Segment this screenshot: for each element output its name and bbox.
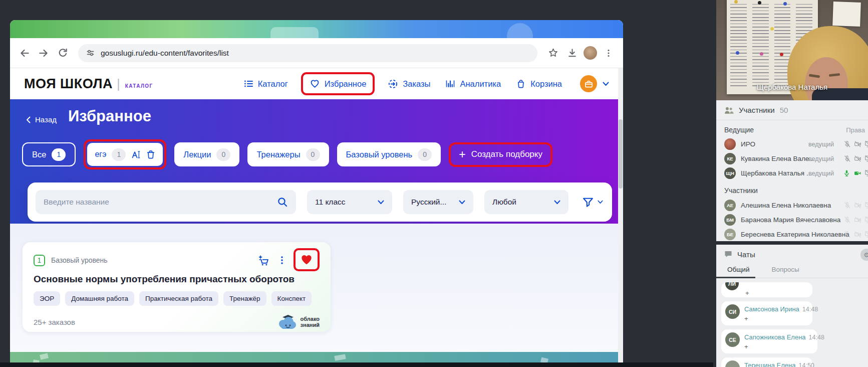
nav-item-favorites[interactable]: Избранное [310,79,367,89]
screen-share-off-icon[interactable] [864,169,868,177]
create-collection-button[interactable]: + Создать подборку [452,146,549,163]
chip-lectures[interactable]: Лекции 0 [174,142,239,166]
chip-count-badge: 0 [418,148,432,161]
download-icon[interactable] [564,46,580,61]
back-link[interactable]: Назад [26,115,57,124]
site-logo[interactable]: МОЯ ШКОЛА | КАТАЛОГ [24,76,153,92]
tag[interactable]: Тренажёр [223,291,266,306]
scrollbar-thumb[interactable] [619,119,623,189]
mic-off-icon[interactable] [843,231,851,238]
chip-count-badge: 1 [52,148,66,161]
camera-off-icon[interactable] [854,231,861,238]
mic-off-icon[interactable] [843,155,851,162]
member-row[interactable]: БМ Баранова Мария Вячеславовна [716,213,868,227]
camera-on-icon[interactable] [853,169,861,177]
tag[interactable]: ЭОР [34,291,60,306]
filter-chips: Все 1 егэ 1 Лекции 0 Тренажеры [22,139,552,169]
participant-name: Кувакина Елена Вале... [741,155,815,162]
browser-window: gosuslugi.ru/edu-content/favorites/list … [10,20,623,363]
nav-item-orders[interactable]: Заказы [388,79,430,89]
tab-general[interactable]: Общий [727,266,749,273]
chip-all[interactable]: Все 1 [22,142,76,166]
camera-off-icon[interactable] [854,155,861,162]
camera-off-icon[interactable] [854,140,861,148]
chat-tabs: Общий Вопросы [716,264,868,278]
tag[interactable]: Конспект [271,291,312,306]
chip-label: Лекции [183,150,211,159]
briefcase-icon [584,79,594,89]
browser-menu-kebab-icon[interactable] [601,46,616,61]
camera-off-icon[interactable] [854,216,861,224]
reload-icon[interactable] [55,46,70,61]
address-bar[interactable]: gosuslugi.ru/edu-content/favorites/list [78,44,537,62]
class-dropdown[interactable]: 11 класс [307,190,392,214]
chip-simulators[interactable]: Тренажеры 0 [247,142,329,166]
bookmark-star-icon[interactable] [545,46,560,61]
participants-title: Участники [739,106,775,114]
host-row[interactable]: КЕ Кувакина Елена Вале... ведущий [716,151,868,166]
nav-item-catalog[interactable]: Каталог [243,79,288,89]
publisher-name: облако знаний [301,316,320,328]
message-text: + [744,343,824,350]
profile-menu[interactable] [580,75,609,92]
tag[interactable]: Практическая работа [139,291,218,306]
screen-share-off-icon[interactable] [864,202,868,209]
screen-share-off-icon[interactable] [864,140,868,148]
tag[interactable]: Домашняя работа [65,291,134,306]
material-title[interactable]: Основные нормы употребления причастных о… [34,274,320,285]
logo-separator: | [117,76,120,92]
plus-icon: + [459,149,465,160]
chevron-down-icon[interactable] [603,82,609,86]
webcam-video-tile[interactable]: Щербакова Наталья [716,0,868,100]
chip-basic-level[interactable]: Базовый уровень 0 [337,142,441,166]
chat-settings-icon[interactable]: ⚙ [860,249,868,261]
host-row[interactable]: ИРО ведущий [716,137,868,151]
back-icon[interactable] [17,46,32,61]
page-scrollbar[interactable] [618,68,623,363]
search-input[interactable] [44,198,277,207]
chat-message-list[interactable]: ЛИ + СИ Самсонова Ирина14:48 + СЕ Сапожн… [716,278,868,367]
rename-icon[interactable] [131,150,141,159]
role-label: ведущий [808,155,834,162]
participant-name: ИРО [741,140,755,148]
participant-name: Щербакова Наталья ... [741,169,812,177]
screen-share-off-icon[interactable] [864,216,868,224]
screen-share-off-icon[interactable] [864,231,868,238]
search-filter-panel: 11 класс Русский... Любой [28,182,612,222]
nav-item-analytics[interactable]: Аналитика [445,79,501,89]
browser-theme-strip [10,20,623,38]
nav-item-cart[interactable]: Корзина [516,79,562,89]
host-row[interactable]: ЩН Щербакова Наталья ... ведущий [716,166,868,180]
funnel-icon [583,198,594,207]
subject-dropdown[interactable]: Русский... [403,190,473,214]
member-row[interactable]: БЕ Береснева Екатерина Николаевна [716,227,868,241]
type-dropdown[interactable]: Любой [484,190,568,214]
member-row[interactable]: АЕ Алешина Елена Николаевна [716,198,868,213]
mic-off-icon[interactable] [843,140,851,148]
site-settings-icon[interactable] [86,49,95,57]
card-menu-kebab-icon[interactable] [277,255,286,265]
profile-avatar[interactable] [580,75,597,92]
orders-icon [388,79,398,89]
chat-message: СЕ Сапожникова Елена14:48 + [721,329,817,353]
annotation-box-favorites: Избранное [301,72,375,95]
browser-profile-avatar[interactable] [584,46,597,60]
chip-ege[interactable]: егэ 1 [87,143,163,166]
favorite-heart-icon[interactable] [300,253,314,266]
mic-off-icon[interactable] [843,216,851,224]
material-card[interactable]: 1 Базовый уровень Основные нормы употреб… [23,242,331,332]
advanced-filters-toggle[interactable] [583,198,603,207]
chat-message: СИ Самсонова Ирина14:48 + [721,301,812,325]
trash-icon[interactable] [146,150,155,159]
camera-off-icon[interactable] [854,202,861,209]
mic-on-icon[interactable] [843,169,850,177]
forward-icon[interactable] [36,46,51,61]
analytics-icon [445,79,455,89]
tab-questions[interactable]: Вопросы [771,266,799,273]
search-box[interactable] [36,190,296,214]
screen-share-off-icon[interactable] [864,155,868,162]
wall-paper [833,2,861,27]
mic-off-icon[interactable] [843,202,851,209]
add-to-cart-icon[interactable] [258,254,270,266]
search-icon[interactable] [277,197,288,208]
